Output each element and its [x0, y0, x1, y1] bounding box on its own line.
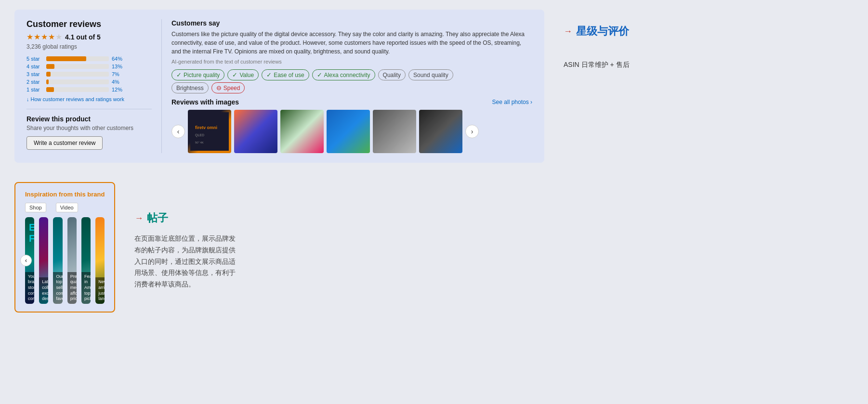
bar-fill-1star: [46, 87, 54, 92]
annotation-2-title: 帖子: [147, 211, 168, 225]
review-thumb-4[interactable]: [327, 110, 370, 153]
images-carousel: ‹ firetv omni QLED 50" 4K: [171, 110, 532, 153]
tag-label-speed: Speed: [224, 85, 240, 91]
filter-video-button[interactable]: Video: [56, 203, 78, 212]
annotation-2-header: → 帖子: [134, 211, 240, 225]
insp-card-2[interactable]: Latest collection exclusively designed..…: [39, 217, 48, 304]
customers-say-text: Customers like the picture quality of th…: [171, 30, 532, 56]
reviews-images-section: Reviews with images See all photos › ‹ f…: [171, 98, 532, 153]
check-icon-4: ✓: [317, 71, 322, 78]
tag-label-ease: Ease of use: [274, 72, 304, 78]
thumb-img-5: [373, 110, 416, 153]
insp-card-4[interactable]: Premium quality meets affordable price..…: [67, 217, 77, 304]
bar-container-2star: [46, 79, 109, 84]
annotation-1: → 星级与评价 ASIN 日常维护 + 售后: [564, 10, 630, 69]
tag-ease-of-use[interactable]: ✓ Ease of use: [262, 69, 309, 80]
annotation-2-desc: 在页面靠近底部位置，展示品牌发布的帖子内容，为品牌旗舰店提供入口的同时，通过图文…: [134, 233, 240, 290]
tags-row-1: ✓ Picture quality ✓ Value ✓ Ease of use: [171, 69, 532, 80]
bar-fill-2star: [46, 79, 49, 84]
tag-quality[interactable]: Quality: [378, 69, 406, 80]
tag-label-value: Value: [239, 72, 254, 78]
bar-container-1star: [46, 87, 109, 92]
annotation-2-arrow: →: [134, 213, 143, 223]
bar-row-1star[interactable]: 1 star 12%: [26, 87, 152, 92]
ai-generated-note: AI-generated from the text of customer r…: [171, 59, 532, 65]
annotation-1-title: 星级与评价: [576, 24, 629, 39]
how-ratings-link[interactable]: ↓ How customer reviews and ratings work: [26, 96, 152, 102]
bar-container-3star: [46, 72, 109, 77]
annotation-1-arrow: →: [564, 26, 572, 37]
filter-shop-button[interactable]: Shop: [25, 203, 46, 212]
tag-value[interactable]: ✓ Value: [227, 69, 259, 80]
tag-brightness[interactable]: Brightness: [171, 82, 209, 93]
reviews-images-title: Reviews with images: [171, 98, 239, 106]
tag-label-brightness: Brightness: [176, 85, 204, 91]
review-thumb-6[interactable]: [419, 110, 462, 153]
insp-card-5[interactable]: Featured in Amazon's top picks...: [81, 217, 91, 304]
insp-caption-5: Featured in Amazon's top picks...: [81, 272, 91, 304]
inspiration-prev-button[interactable]: ‹: [20, 255, 32, 266]
main-container: Customer reviews ★ ★ ★ ★ ★ 4.1 out of 5: [0, 0, 868, 322]
review-product-subtitle: Share your thoughts with other customers: [26, 125, 152, 131]
review-thumb-3[interactable]: [280, 110, 324, 153]
bar-row-5star[interactable]: 5 star 64%: [26, 56, 152, 62]
carousel-next-button[interactable]: ›: [465, 125, 479, 138]
customers-say-title: Customers say: [171, 19, 532, 27]
thumb-img-6: [419, 110, 462, 153]
insp-card-6[interactable]: New arrivals just landed...: [95, 217, 105, 304]
tags-row-2: Brightness ⊖ Speed: [171, 82, 532, 93]
check-icon-2: ✓: [232, 71, 237, 78]
inspiration-section: Inspiration from this brand Shop Video ‹…: [14, 182, 115, 313]
insp-caption-1: Your brand story connecting community...: [25, 272, 34, 304]
star-1: ★: [26, 32, 33, 41]
minus-icon-1: ⊖: [216, 84, 222, 91]
bar-label-5star: 5 star: [26, 56, 43, 62]
inspiration-title: Inspiration from this brand: [25, 191, 105, 198]
bar-row-2star[interactable]: 2 star 4%: [26, 79, 152, 85]
bar-label-1star: 1 star: [26, 87, 43, 92]
review-thumb-2[interactable]: [234, 110, 277, 153]
global-ratings: 3,236 global ratings: [26, 43, 152, 50]
bar-row-4star[interactable]: 4 star 13%: [26, 64, 152, 69]
carousel-prev-button[interactable]: ‹: [171, 125, 185, 138]
thumb-img-3: [280, 110, 324, 153]
thumb-img-1: firetv omni QLED 50" 4K: [188, 110, 231, 153]
bar-pct-1star: 12%: [112, 87, 122, 92]
write-review-button[interactable]: Write a customer review: [26, 136, 103, 150]
insp-caption-6: New arrivals just landed...: [95, 277, 105, 304]
insp-caption-4: Premium quality meets affordable price..…: [67, 272, 77, 304]
see-all-photos-link[interactable]: See all photos ›: [492, 99, 532, 105]
tag-label-picture-quality: Picture quality: [184, 72, 220, 78]
review-thumb-1[interactable]: firetv omni QLED 50" 4K: [188, 110, 231, 153]
bar-label-2star: 2 star: [26, 79, 43, 85]
tag-sound-quality[interactable]: Sound quality: [408, 69, 453, 80]
tag-label-alexa: Alexa connectivity: [324, 72, 370, 78]
review-thumb-5[interactable]: [373, 110, 416, 153]
insp-overlay-1: EM FEA: [29, 222, 34, 244]
section-2-wrapper: Inspiration from this brand Shop Video ‹…: [14, 182, 854, 313]
star-2: ★: [34, 32, 40, 41]
reviews-images-header: Reviews with images See all photos ›: [171, 98, 532, 106]
reviews-section: Customer reviews ★ ★ ★ ★ ★ 4.1 out of 5: [14, 10, 544, 163]
tag-picture-quality[interactable]: ✓ Picture quality: [171, 69, 224, 80]
rating-value: 4.1 out of 5: [65, 33, 101, 41]
star-4: ★: [48, 32, 55, 41]
bar-pct-5star: 64%: [112, 56, 122, 62]
reviews-title: Customer reviews: [26, 19, 152, 29]
wrapper-layout: Customer reviews ★ ★ ★ ★ ★ 4.1 out of 5: [14, 10, 854, 313]
thumb-img-2: [234, 110, 277, 153]
tag-label-sound: Sound quality: [413, 72, 448, 78]
tag-speed[interactable]: ⊖ Speed: [211, 82, 245, 93]
bar-container-5star: [46, 56, 109, 61]
insp-caption-3: Our top selling community favorites...: [53, 272, 62, 304]
bar-pct-3star: 7%: [112, 71, 119, 77]
svg-text:50" 4K: 50" 4K: [195, 141, 204, 144]
bar-pct-4star: 13%: [112, 64, 122, 69]
bar-row-3star[interactable]: 3 star 7%: [26, 71, 152, 77]
reviews-left: Customer reviews ★ ★ ★ ★ ★ 4.1 out of 5: [26, 19, 161, 153]
reviews-right: Customers say Customers like the picture…: [161, 19, 532, 153]
tag-alexa[interactable]: ✓ Alexa connectivity: [312, 69, 375, 80]
stars-display: ★ ★ ★ ★ ★: [26, 32, 62, 41]
insp-card-3[interactable]: Our top selling community favorites...: [53, 217, 62, 304]
annotation-1-header: → 星级与评价: [564, 24, 630, 39]
